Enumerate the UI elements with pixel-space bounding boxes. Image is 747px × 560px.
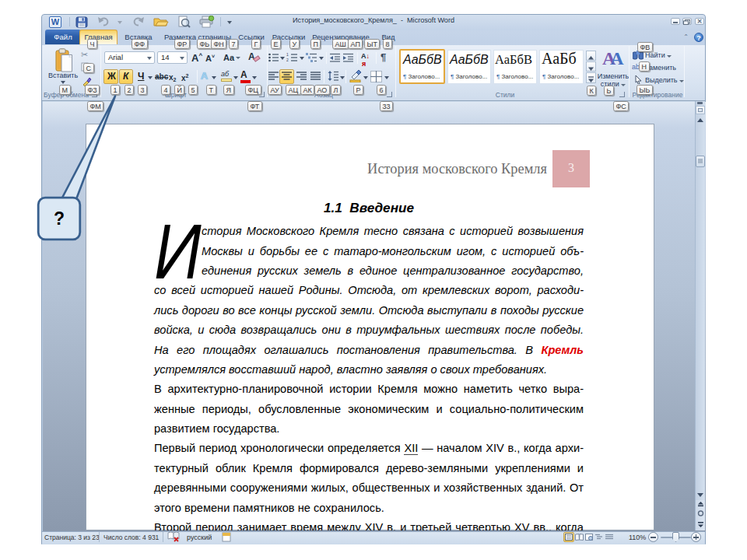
svg-text:2: 2: [286, 58, 289, 62]
svg-text:1: 1: [286, 53, 289, 57]
